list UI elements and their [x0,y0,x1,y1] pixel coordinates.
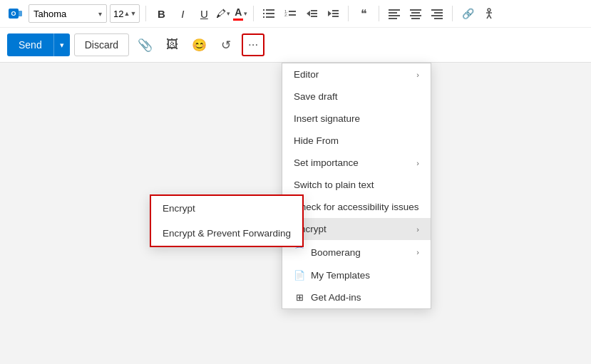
menu-item-insert-signature[interactable]: Insert signature [282,108,431,130]
svg-rect-7 [263,16,264,18]
set-importance-chevron: › [416,159,419,167]
align-center-button[interactable] [406,4,425,23]
encrypt-submenu: Encrypt Encrypt & Prevent Forwarding [150,194,304,247]
menu-item-editor[interactable]: Editor › [282,63,431,85]
svg-rect-26 [411,12,420,14]
sep-1 [145,6,146,21]
underline-button[interactable]: U [195,4,213,23]
menu-item-encrypt[interactable]: Encrypt › [282,218,431,240]
font-size-down-arrow: ▼ [130,10,136,17]
boomerang-label: Boomerang [311,247,361,258]
svg-point-33 [488,9,490,11]
accessibility-button[interactable] [480,4,498,23]
attach-file-button[interactable]: 📎 [133,33,156,56]
discard-button[interactable]: Discard [74,33,129,56]
font-name-arrow: ▾ [98,10,102,18]
menu-item-boomerang[interactable]: ⌒ Boomerang › [282,240,431,264]
svg-line-36 [487,15,489,19]
menu-item-hide-from[interactable]: Hide From [282,130,431,152]
svg-rect-31 [431,15,443,16]
template-icon: 📄 [294,270,305,281]
editor-label: Editor [294,69,319,80]
svg-rect-20 [332,16,339,17]
bold-button[interactable]: B [152,4,170,23]
send-button[interactable]: Send [7,33,53,56]
highlight-color-button[interactable]: 🖍 ▾ [216,4,230,23]
font-color-icon: A [233,6,243,21]
insert-image-button[interactable]: 🖼 [160,33,183,56]
svg-rect-27 [410,15,421,16]
menu-item-switch-plain[interactable]: Switch to plain text [282,174,431,196]
encrypt-prevent-label: Encrypt & Prevent Forwarding [163,228,291,239]
toolbar-container: O Tahoma ▾ 12 ▲ ▼ B I U 🖍 ▾ [0,0,591,63]
svg-marker-13 [307,11,310,16]
align-left-button[interactable] [385,4,404,23]
link-button[interactable]: 🔗 [458,4,477,23]
font-size-up-arrow: ▲ [123,10,130,17]
emoji-button[interactable]: 😊 [187,33,210,56]
quote-button[interactable]: ❝ [354,4,373,23]
font-name-text: Tahoma [34,9,96,19]
bullets-button[interactable] [259,4,278,23]
encrypt-only-label: Encrypt [163,203,195,214]
svg-rect-21 [389,9,400,11]
submenu-item-encrypt-prevent[interactable]: Encrypt & Prevent Forwarding [151,221,302,246]
dropdown-menu: Editor › Save draft Insert signature Hid… [282,63,431,309]
menu-item-set-importance[interactable]: Set importance › [282,152,431,174]
more-options-button[interactable]: ··· [242,33,264,56]
svg-rect-6 [266,13,274,14]
font-color-arrow: ▾ [244,10,247,17]
align-right-button[interactable] [428,4,446,23]
numbered-list-button[interactable]: 1. 2. [281,4,299,23]
sep-3 [348,6,349,21]
svg-rect-22 [389,12,397,14]
boomerang-chevron: › [416,248,419,256]
sep-4 [379,6,379,21]
svg-rect-14 [311,10,317,11]
switch-plain-label: Switch to plain text [294,180,374,190]
svg-rect-19 [332,13,339,14]
action-toolbar: Send ▾ Discard 📎 🖼 😊 ↺ ··· [0,28,591,62]
hide-from-label: Hide From [294,135,339,146]
send-button-group: Send ▾ [7,33,70,56]
svg-rect-2 [16,11,22,16]
menu-item-save-draft[interactable]: Save draft [282,85,431,108]
set-importance-label: Set importance [294,157,359,168]
formatting-toolbar: O Tahoma ▾ 12 ▲ ▼ B I U 🖍 ▾ [0,0,591,28]
save-draft-label: Save draft [294,91,338,102]
svg-rect-16 [311,16,317,17]
svg-marker-17 [328,11,332,16]
menu-item-accessibility[interactable]: Check for accessibility issues [282,196,431,218]
svg-text:O: O [11,10,16,17]
svg-rect-28 [411,18,420,19]
sep-5 [452,6,453,21]
italic-button[interactable]: I [173,4,192,23]
decrease-indent-button[interactable] [302,4,321,23]
insert-signature-label: Insert signature [294,113,360,124]
svg-rect-24 [389,18,397,19]
svg-rect-29 [431,9,443,11]
font-size-selector[interactable]: 12 ▲ ▼ [110,4,140,23]
sep-2 [253,6,254,21]
svg-rect-10 [289,11,296,12]
submenu-item-encrypt[interactable]: Encrypt [151,196,302,221]
svg-rect-4 [266,9,274,11]
svg-rect-3 [263,9,264,11]
loop-button[interactable]: ↺ [215,33,237,56]
editor-chevron: › [416,71,419,79]
highlight-icon: 🖍 [216,8,226,19]
svg-rect-15 [311,13,317,14]
svg-rect-32 [434,18,443,19]
font-color-button[interactable]: A ▾ [233,4,247,23]
menu-item-get-addins[interactable]: ⊞ Get Add-ins [282,286,431,308]
font-name-selector[interactable]: Tahoma ▾ [29,4,107,23]
addins-icon: ⊞ [294,292,305,303]
menu-item-my-templates[interactable]: 📄 My Templates [282,264,431,286]
svg-line-37 [489,15,491,19]
svg-rect-23 [389,15,400,16]
svg-rect-25 [410,9,421,11]
my-templates-label: My Templates [311,270,370,281]
send-dropdown-button[interactable]: ▾ [53,33,70,56]
outlook-icon: O [7,6,23,21]
increase-indent-button[interactable] [324,4,342,23]
